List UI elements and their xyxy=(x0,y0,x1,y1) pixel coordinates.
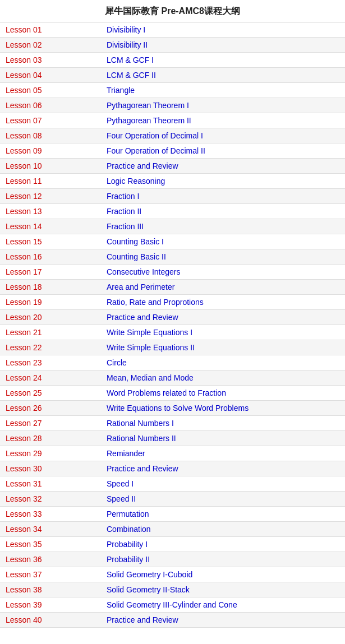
table-row: Lesson 32Speed II xyxy=(0,492,345,507)
lesson-topic: LCM & GCF II xyxy=(101,68,345,83)
lesson-label: Lesson 15 xyxy=(0,234,101,249)
lesson-topic: Practice and Review xyxy=(101,310,345,325)
lesson-label: Lesson 31 xyxy=(0,476,101,492)
lesson-label: Lesson 23 xyxy=(0,355,101,370)
lesson-label: Lesson 33 xyxy=(0,507,101,522)
table-row: Lesson 19Ratio, Rate and Proprotions xyxy=(0,295,345,310)
table-row: Lesson 38Solid Geometry II-Stack xyxy=(0,582,345,597)
lesson-label: Lesson 14 xyxy=(0,219,101,234)
lesson-topic: Speed I xyxy=(101,476,345,492)
table-row: Lesson 31Speed I xyxy=(0,476,345,492)
lesson-label: Lesson 36 xyxy=(0,552,101,567)
lesson-topic: Circle xyxy=(101,355,345,370)
table-row: Lesson 26Write Equations to Solve Word P… xyxy=(0,401,345,416)
lesson-topic: Rational Numbers I xyxy=(101,416,345,431)
lesson-topic: Fraction I xyxy=(101,189,345,204)
lesson-topic: Rational Numbers II xyxy=(101,431,345,446)
lesson-label: Lesson 09 xyxy=(0,143,101,159)
table-row: Lesson 17Consecutive Integers xyxy=(0,265,345,280)
table-row: Lesson 15Counting Basic I xyxy=(0,234,345,249)
lesson-label: Lesson 40 xyxy=(0,613,101,628)
lesson-topic: Fraction II xyxy=(101,204,345,219)
lesson-label: Lesson 38 xyxy=(0,582,101,597)
table-row: Lesson 36Probability II xyxy=(0,552,345,567)
lesson-topic: LCM & GCF I xyxy=(101,53,345,68)
lesson-topic: Logic Reasoning xyxy=(101,174,345,189)
lesson-label: Lesson 03 xyxy=(0,53,101,68)
table-row: Lesson 25Word Problems related to Fracti… xyxy=(0,386,345,401)
table-row: Lesson 23Circle xyxy=(0,355,345,370)
table-row: Lesson 27Rational Numbers I xyxy=(0,416,345,431)
lesson-topic: Write Simple Equations I xyxy=(101,325,345,340)
lesson-label: Lesson 34 xyxy=(0,522,101,537)
lesson-label: Lesson 22 xyxy=(0,340,101,355)
table-row: Lesson 13Fraction II xyxy=(0,204,345,219)
table-row: Lesson 24Mean, Median and Mode xyxy=(0,370,345,386)
lesson-label: Lesson 39 xyxy=(0,597,101,613)
table-row: Lesson 29Remiander xyxy=(0,446,345,461)
table-row: Lesson 01Divisibility I xyxy=(0,22,345,38)
table-row: Lesson 06Pythagorean Theorem I xyxy=(0,98,345,113)
page-title: 犀牛国际教育 Pre-AMC8课程大纲 xyxy=(0,0,345,22)
table-row: Lesson 37Solid Geometry I-Cuboid xyxy=(0,567,345,582)
lesson-label: Lesson 07 xyxy=(0,113,101,128)
lesson-label: Lesson 01 xyxy=(0,22,101,38)
table-row: Lesson 20Practice and Review xyxy=(0,310,345,325)
table-row: Lesson 35Probability I xyxy=(0,537,345,552)
lesson-label: Lesson 17 xyxy=(0,265,101,280)
lesson-topic: Fraction III xyxy=(101,219,345,234)
lesson-topic: Triangle xyxy=(101,83,345,98)
lesson-label: Lesson 13 xyxy=(0,204,101,219)
lesson-topic: Practice and Review xyxy=(101,159,345,174)
table-row: Lesson 05Triangle xyxy=(0,83,345,98)
table-row: Lesson 03LCM & GCF I xyxy=(0,53,345,68)
lesson-topic: Pythagorean Theorem II xyxy=(101,113,345,128)
lesson-topic: Area and Perimeter xyxy=(101,280,345,295)
lesson-label: Lesson 29 xyxy=(0,446,101,461)
lesson-topic: Solid Geometry II-Stack xyxy=(101,582,345,597)
lesson-label: Lesson 20 xyxy=(0,310,101,325)
lesson-topic: Permutation xyxy=(101,507,345,522)
lesson-label: Lesson 05 xyxy=(0,83,101,98)
table-row: Lesson 33Permutation xyxy=(0,507,345,522)
lesson-label: Lesson 16 xyxy=(0,249,101,265)
table-row: Lesson 10Practice and Review xyxy=(0,159,345,174)
lesson-label: Lesson 32 xyxy=(0,492,101,507)
lesson-label: Lesson 35 xyxy=(0,537,101,552)
lesson-label: Lesson 04 xyxy=(0,68,101,83)
table-row: Lesson 11Logic Reasoning xyxy=(0,174,345,189)
lesson-label: Lesson 28 xyxy=(0,431,101,446)
lesson-topic: Pythagorean Theorem I xyxy=(101,98,345,113)
lesson-label: Lesson 27 xyxy=(0,416,101,431)
table-row: Lesson 14Fraction III xyxy=(0,219,345,234)
table-row: Lesson 34Combination xyxy=(0,522,345,537)
lesson-topic: Counting Basic II xyxy=(101,249,345,265)
table-row: Lesson 40Practice and Review xyxy=(0,613,345,628)
lesson-topic: Practice and Review xyxy=(101,461,345,476)
table-row: Lesson 18Area and Perimeter xyxy=(0,280,345,295)
lesson-label: Lesson 12 xyxy=(0,189,101,204)
lesson-label: Lesson 30 xyxy=(0,461,101,476)
lesson-topic: Write Equations to Solve Word Problems xyxy=(101,401,345,416)
lesson-topic: Word Problems related to Fraction xyxy=(101,386,345,401)
table-row: Lesson 04LCM & GCF II xyxy=(0,68,345,83)
lesson-topic: Probability II xyxy=(101,552,345,567)
table-row: Lesson 08Four Operation of Decimal I xyxy=(0,128,345,143)
lesson-topic: Remiander xyxy=(101,446,345,461)
table-row: Lesson 16Counting Basic II xyxy=(0,249,345,265)
lesson-topic: Counting Basic I xyxy=(101,234,345,249)
lesson-label: Lesson 08 xyxy=(0,128,101,143)
lesson-topic: Solid Geometry I-Cuboid xyxy=(101,567,345,582)
table-row: Lesson 28Rational Numbers II xyxy=(0,431,345,446)
lesson-topic: Mean, Median and Mode xyxy=(101,370,345,386)
lesson-label: Lesson 24 xyxy=(0,370,101,386)
lesson-topic: Divisibility II xyxy=(101,38,345,53)
lesson-label: Lesson 19 xyxy=(0,295,101,310)
lesson-label: Lesson 11 xyxy=(0,174,101,189)
lesson-topic: Divisibility I xyxy=(101,22,345,38)
lesson-label: Lesson 10 xyxy=(0,159,101,174)
table-row: Lesson 12Fraction I xyxy=(0,189,345,204)
lesson-label: Lesson 18 xyxy=(0,280,101,295)
lesson-topic: Four Operation of Decimal I xyxy=(101,128,345,143)
lesson-topic: Probability I xyxy=(101,537,345,552)
